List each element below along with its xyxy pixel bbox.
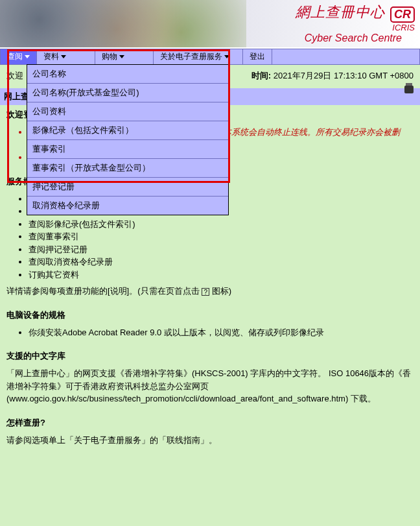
dropdown-item-company-name[interactable]: 公司名称 bbox=[27, 65, 228, 84]
service-footer: 详情请参阅每项查册功能的[说明]。(只需在页首点击 ? 图标) bbox=[6, 285, 414, 298]
menu-search[interactable]: 查阅 bbox=[1, 49, 37, 64]
cr-badge-icon: CR bbox=[390, 6, 415, 23]
how-search-body: 请参阅选项单上「关于电子查册服务」的「联线指南」。 bbox=[6, 434, 414, 447]
footer-text-suffix: 图标) bbox=[212, 286, 231, 296]
banner: 網上查冊中心 CR ICRIS Cyber Search Centre bbox=[0, 0, 420, 47]
menu-about[interactable]: 关於电子查册服务 bbox=[154, 49, 243, 64]
banner-artwork bbox=[0, 0, 246, 47]
fonts-body: 「网上查册中心」的网页支援《香港增补字符集》(HKSCS-2001) 字库内的中… bbox=[6, 367, 414, 405]
dropdown-item-company-info[interactable]: 公司资料 bbox=[27, 102, 228, 121]
footer-text: 详情请参阅每项查册功能的[说明]。(只需在页首点击 bbox=[6, 286, 200, 296]
time-value: 2021年7月29日 17:13:10 GMT +0800 bbox=[274, 71, 414, 80]
chevron-down-icon bbox=[224, 55, 229, 58]
menu-label: 资料 bbox=[43, 52, 59, 61]
dropdown-item-director-index-ofc[interactable]: 董事索引（开放式基金型公司） bbox=[27, 159, 228, 178]
menubar: 查阅 资料 购物 关於电子查册服务 登出 公司名称 公司名称(开放式基金型公司)… bbox=[0, 49, 420, 65]
list-item: 订购其它资料 bbox=[29, 269, 414, 281]
list-item: 查阅影像纪录(包括文件索引) bbox=[29, 218, 414, 231]
section-how-search-title: 怎样查册? bbox=[6, 417, 414, 429]
menu-label: 关於电子查册服务 bbox=[160, 52, 222, 61]
list-item: 查阅董事索引 bbox=[29, 230, 414, 243]
chevron-down-icon bbox=[119, 55, 124, 58]
banner-title: 網上查冊中心 bbox=[296, 4, 385, 20]
menu-logout[interactable]: 登出 bbox=[243, 49, 272, 64]
print-icon[interactable] bbox=[404, 86, 414, 93]
list-item: 查阅押记登记册 bbox=[29, 243, 414, 256]
dropdown-item-disqualification[interactable]: 取消资格令纪录册 bbox=[27, 197, 228, 215]
list-item: 查阅取消资格令纪录册 bbox=[29, 256, 414, 269]
help-icon: ? bbox=[202, 288, 209, 296]
menu-shopping[interactable]: 购物 bbox=[95, 49, 154, 64]
dropdown-item-image-records[interactable]: 影像纪录（包括文件索引） bbox=[27, 121, 228, 140]
dropdown-item-charges-register[interactable]: 押记登记册 bbox=[27, 178, 228, 197]
list-item: 你须安装Adobe Acrobat Reader 9.0 或以上版本，以阅览、储… bbox=[29, 326, 414, 339]
time-block: 时间: 2021年7月29日 17:13:10 GMT +0800 bbox=[251, 70, 414, 82]
dropdown-item-director-index[interactable]: 董事索引 bbox=[27, 140, 228, 159]
banner-sub2: Cyber Search Centre bbox=[296, 32, 402, 44]
dropdown-item-company-name-ofc[interactable]: 公司名称(开放式基金型公司) bbox=[27, 84, 228, 102]
search-dropdown: 公司名称 公司名称(开放式基金型公司) 公司资料 影像纪录（包括文件索引） 董事… bbox=[27, 64, 229, 215]
chevron-down-icon bbox=[61, 55, 66, 58]
banner-text: 網上查冊中心 CR ICRIS Cyber Search Centre bbox=[296, 3, 415, 44]
menu-label: 购物 bbox=[102, 52, 117, 61]
chevron-down-icon bbox=[25, 55, 30, 58]
section-pc-req-title: 电脑设备的规格 bbox=[6, 309, 414, 321]
menu-label: 登出 bbox=[250, 52, 265, 61]
welcome-label: 欢迎 bbox=[6, 70, 23, 82]
banner-sub1: ICRIS bbox=[296, 23, 415, 32]
time-label: 时间: bbox=[251, 71, 271, 80]
section-fonts-title: 支援的中文字库 bbox=[6, 350, 414, 362]
menu-label: 查阅 bbox=[7, 52, 23, 61]
pc-req-list: 你须安装Adobe Acrobat Reader 9.0 或以上版本，以阅览、储… bbox=[6, 326, 414, 339]
menu-data[interactable]: 资料 bbox=[37, 49, 95, 64]
